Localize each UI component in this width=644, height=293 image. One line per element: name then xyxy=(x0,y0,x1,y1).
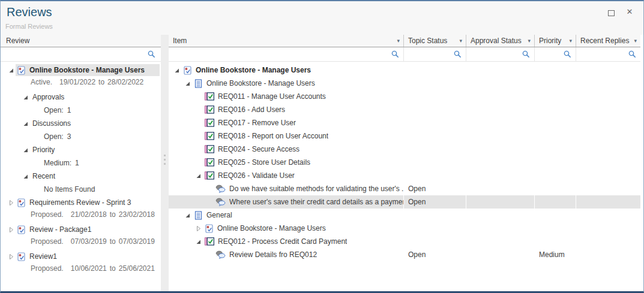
priority-cell xyxy=(535,195,576,209)
expander-collapsed-icon[interactable] xyxy=(8,200,16,206)
expander-collapsed-icon[interactable] xyxy=(8,253,16,260)
review-group-approvals[interactable]: Approvals xyxy=(1,90,161,104)
item-row[interactable]: Do we have suitable methods for validati… xyxy=(169,182,640,195)
priority-cell xyxy=(535,77,576,90)
expander-expanded-icon[interactable] xyxy=(22,94,30,101)
maximize-icon[interactable] xyxy=(607,8,615,16)
close-icon[interactable]: ✕ xyxy=(625,8,634,16)
priority-cell xyxy=(535,90,576,103)
review-date-separator: to xyxy=(110,264,116,273)
column-header-topic-status[interactable]: Topic Status▾ xyxy=(404,35,466,47)
expander-expanded-icon[interactable] xyxy=(195,173,203,179)
chevron-down-icon[interactable]: ▾ xyxy=(397,38,400,44)
item-row[interactable]: REQ017 - Remove User xyxy=(169,116,640,129)
filter-recent-replies[interactable] xyxy=(576,47,640,61)
item-row[interactable]: REQ025 - Store User Details xyxy=(169,156,640,169)
priority-cell xyxy=(535,222,576,235)
count-value: 1 xyxy=(67,106,71,114)
chevron-down-icon[interactable]: ▾ xyxy=(569,38,572,44)
item-label: REQ017 - Remove User xyxy=(218,116,296,129)
chevron-down-icon[interactable]: ▾ xyxy=(459,38,462,44)
item-row[interactable]: REQ024 - Secure Access xyxy=(169,143,640,156)
priority-cell xyxy=(535,116,576,129)
review-group-discussions[interactable]: Discussions xyxy=(1,117,161,130)
topic-status-cell xyxy=(404,103,466,116)
filter-approval-status[interactable] xyxy=(466,47,535,61)
approval-status-cell xyxy=(466,209,535,222)
requirement-icon xyxy=(205,105,214,114)
recent-replies-cell xyxy=(576,129,640,143)
review-date-to: 07/03/2019 xyxy=(119,237,155,246)
review-filter-bar[interactable] xyxy=(1,47,161,62)
expander-expanded-icon[interactable] xyxy=(8,67,16,74)
expander-collapsed-icon[interactable] xyxy=(195,225,203,232)
item-row[interactable]: Where user's save their credit card deta… xyxy=(169,195,640,209)
item-label: REQ024 - Secure Access xyxy=(218,143,299,156)
review-date-to: 28/02/2022 xyxy=(107,78,143,86)
expander-expanded-icon[interactable] xyxy=(22,173,30,180)
chevron-down-icon[interactable]: ▾ xyxy=(634,38,637,44)
review-item-label: Requirements Review - Sprint 3 xyxy=(29,198,131,207)
count-value: 3 xyxy=(67,132,71,141)
search-icon[interactable] xyxy=(564,50,571,58)
approval-status-cell xyxy=(466,64,535,77)
review-icon xyxy=(17,198,26,207)
expander-expanded-icon[interactable] xyxy=(173,67,181,74)
item-cell: REQ012 - Process Credit Card Payment xyxy=(169,235,404,248)
item-row[interactable]: Review Details fro REQ012OpenMedium xyxy=(169,248,640,261)
item-row[interactable]: REQ026 - Validate User xyxy=(169,169,640,182)
review-item[interactable]: Requirements Review - Sprint 3 xyxy=(1,196,161,209)
expander-expanded-icon[interactable] xyxy=(184,80,192,87)
search-icon[interactable] xyxy=(454,50,462,58)
expander-expanded-icon[interactable] xyxy=(195,238,203,245)
review-item[interactable]: Review - Package1 xyxy=(1,223,161,236)
review-item-label: Review - Package1 xyxy=(29,225,91,234)
column-header-priority[interactable]: Priority▾ xyxy=(535,35,576,47)
item-row[interactable]: Online Bookstore - Manage Users xyxy=(169,222,640,235)
item-row[interactable]: General xyxy=(169,209,640,222)
item-row[interactable]: REQ016 - Add Users xyxy=(169,103,640,116)
search-icon[interactable] xyxy=(522,50,530,58)
review-group-recent[interactable]: Recent xyxy=(1,170,161,183)
approval-status-cell xyxy=(466,182,535,195)
topic-status-cell xyxy=(404,90,466,103)
recent-replies-cell xyxy=(576,209,640,222)
item-row[interactable]: REQ018 - Report on User Account xyxy=(169,129,640,143)
pane-splitter[interactable] xyxy=(161,35,169,291)
search-icon[interactable] xyxy=(628,50,636,58)
review-group-count: Open:3 xyxy=(1,130,161,143)
filter-topic-status[interactable] xyxy=(404,47,466,61)
item-row[interactable]: REQ011 - Manage User Accounts xyxy=(169,90,640,103)
item-cell: REQ017 - Remove User xyxy=(169,116,404,129)
filter-priority[interactable] xyxy=(535,47,576,61)
chevron-down-icon[interactable]: ▾ xyxy=(528,38,531,44)
review-pane: Review Online Bookstore - Manage UsersAc… xyxy=(1,35,161,291)
search-icon[interactable] xyxy=(391,50,399,58)
expander-collapsed-icon[interactable] xyxy=(8,226,16,233)
item-cell: Do we have suitable methods for validati… xyxy=(169,182,404,195)
expander-expanded-icon[interactable] xyxy=(184,212,192,219)
column-header-recent-replies[interactable]: Recent Replies▾ xyxy=(576,35,640,47)
column-header-approval-status[interactable]: Approval Status▾ xyxy=(466,35,535,47)
item-row[interactable]: REQ012 - Process Credit Card Payment xyxy=(169,235,640,248)
expander-expanded-icon[interactable] xyxy=(22,147,30,153)
review-column-header[interactable]: Review xyxy=(1,35,161,47)
reviews-window: Reviews ✕ Formal Reviews Review Online B… xyxy=(0,0,644,293)
column-header-item[interactable]: Item▾ xyxy=(169,35,404,47)
recent-replies-cell xyxy=(576,248,640,261)
review-icon xyxy=(17,225,26,234)
review-column-label: Review xyxy=(6,37,29,45)
item-cell: Online Bookstore - Manage Users xyxy=(169,77,404,90)
review-item[interactable]: Review1 xyxy=(1,250,161,263)
search-icon[interactable] xyxy=(148,50,155,58)
approval-status-cell xyxy=(466,195,535,209)
item-row[interactable]: Online Bookstore - Manage Users xyxy=(169,77,640,90)
item-row[interactable]: Online Bookstore - Manage Users xyxy=(169,64,640,77)
item-tree: Online Bookstore - Manage UsersOnline Bo… xyxy=(169,62,640,291)
discussion-icon xyxy=(215,250,226,259)
filter-item[interactable] xyxy=(169,47,404,61)
expander-expanded-icon[interactable] xyxy=(22,120,30,127)
review-item[interactable]: Online Bookstore - Manage Users xyxy=(1,64,161,77)
priority-cell xyxy=(535,143,576,156)
review-group-priority[interactable]: Priority xyxy=(1,143,161,156)
